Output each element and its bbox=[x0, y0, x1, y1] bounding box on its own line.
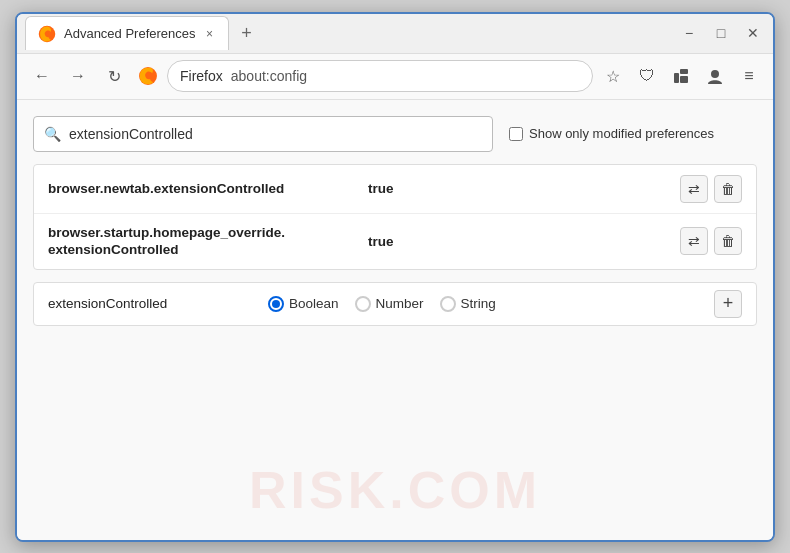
nav-icon-group: ☆ 🛡 ≡ bbox=[599, 62, 763, 90]
search-icon: 🔍 bbox=[44, 126, 61, 142]
menu-icon[interactable]: ≡ bbox=[735, 62, 763, 90]
shield-icon[interactable]: 🛡 bbox=[633, 62, 661, 90]
boolean-radio[interactable] bbox=[268, 296, 284, 312]
back-button[interactable]: ← bbox=[27, 61, 57, 91]
browser-tab[interactable]: Advanced Preferences × bbox=[25, 16, 229, 50]
number-radio[interactable] bbox=[355, 296, 371, 312]
pref-value-1: true bbox=[368, 181, 680, 196]
address-bar[interactable]: Firefox about:config bbox=[167, 60, 593, 92]
pref-name-2: browser.startup.homepage_override. exten… bbox=[48, 224, 368, 259]
svg-point-6 bbox=[711, 70, 719, 78]
search-row: 🔍 Show only modified preferences bbox=[33, 116, 757, 152]
add-preference-row: extensionControlled Boolean Number Strin… bbox=[33, 282, 757, 326]
refresh-button[interactable]: ↻ bbox=[99, 61, 129, 91]
bookmark-icon[interactable]: ☆ bbox=[599, 62, 627, 90]
type-options: Boolean Number String bbox=[268, 296, 694, 312]
show-modified-text: Show only modified preferences bbox=[529, 126, 714, 141]
boolean-option[interactable]: Boolean bbox=[268, 296, 339, 312]
svg-rect-3 bbox=[680, 69, 688, 74]
close-button[interactable]: ✕ bbox=[741, 21, 765, 45]
preference-search-box[interactable]: 🔍 bbox=[33, 116, 493, 152]
window-controls: − □ ✕ bbox=[677, 21, 765, 45]
delete-button-1[interactable]: 🗑 bbox=[714, 175, 742, 203]
watermark: RISK.COM bbox=[249, 460, 541, 520]
search-input[interactable] bbox=[69, 126, 482, 142]
browser-name-label: Firefox bbox=[180, 68, 223, 84]
table-row: browser.newtab.extensionControlled true … bbox=[34, 165, 756, 214]
firefox-logo bbox=[137, 65, 159, 87]
url-display: about:config bbox=[231, 68, 307, 84]
svg-rect-2 bbox=[674, 73, 679, 83]
pref-name-line1: browser.startup.homepage_override. bbox=[48, 225, 285, 240]
extension-icon[interactable] bbox=[667, 62, 695, 90]
results-table: browser.newtab.extensionControlled true … bbox=[33, 164, 757, 270]
row-actions-1: ⇄ 🗑 bbox=[680, 175, 742, 203]
forward-button[interactable]: → bbox=[63, 61, 93, 91]
pref-name-1: browser.newtab.extensionControlled bbox=[48, 180, 368, 198]
string-option[interactable]: String bbox=[440, 296, 496, 312]
tab-title: Advanced Preferences bbox=[64, 26, 196, 41]
string-label: String bbox=[461, 296, 496, 311]
navigation-bar: ← → ↻ Firefox about:config ☆ 🛡 bbox=[17, 54, 773, 100]
show-modified-checkbox[interactable] bbox=[509, 127, 523, 141]
string-radio[interactable] bbox=[440, 296, 456, 312]
row-actions-2: ⇄ 🗑 bbox=[680, 227, 742, 255]
minimize-button[interactable]: − bbox=[677, 21, 701, 45]
pref-value-2: true bbox=[368, 234, 680, 249]
reset-button-2[interactable]: ⇄ bbox=[680, 227, 708, 255]
number-label: Number bbox=[376, 296, 424, 311]
title-bar: Advanced Preferences × + − □ ✕ bbox=[17, 14, 773, 54]
tab-close-button[interactable]: × bbox=[202, 26, 218, 42]
new-pref-name: extensionControlled bbox=[48, 296, 248, 311]
table-row: browser.startup.homepage_override. exten… bbox=[34, 214, 756, 269]
new-tab-button[interactable]: + bbox=[233, 19, 261, 47]
add-preference-button[interactable]: + bbox=[714, 290, 742, 318]
boolean-label: Boolean bbox=[289, 296, 339, 311]
reset-button-1[interactable]: ⇄ bbox=[680, 175, 708, 203]
firefox-tab-icon bbox=[36, 23, 58, 45]
number-option[interactable]: Number bbox=[355, 296, 424, 312]
show-modified-label[interactable]: Show only modified preferences bbox=[509, 126, 714, 141]
svg-rect-4 bbox=[680, 76, 688, 83]
content-area: RISK.COM 🔍 Show only modified preference… bbox=[17, 100, 773, 540]
pref-name-line2: extensionControlled bbox=[48, 242, 179, 257]
browser-window: Advanced Preferences × + − □ ✕ ← → ↻ Fir… bbox=[15, 12, 775, 542]
delete-button-2[interactable]: 🗑 bbox=[714, 227, 742, 255]
maximize-button[interactable]: □ bbox=[709, 21, 733, 45]
account-icon[interactable] bbox=[701, 62, 729, 90]
